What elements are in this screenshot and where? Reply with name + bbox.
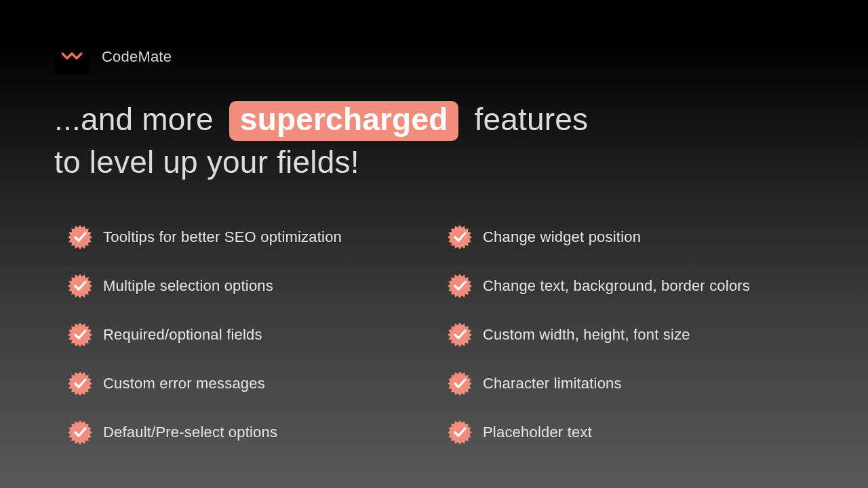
checkmark-badge-icon <box>448 225 472 249</box>
feature-column-left: Tooltips for better SEO optimization Mul… <box>68 225 420 445</box>
brand-logo-block: CodeMate <box>54 39 172 75</box>
feature-item: Multiple selection options <box>68 274 420 298</box>
feature-columns: Tooltips for better SEO optimization Mul… <box>68 225 827 445</box>
feature-label: Custom error messages <box>103 375 265 392</box>
checkmark-badge-icon <box>448 420 472 445</box>
feature-item: Custom error messages <box>68 371 420 396</box>
headline-pre: ...and more <box>54 102 214 137</box>
checkmark-badge-icon <box>448 371 472 396</box>
feature-label: Custom width, height, font size <box>483 326 690 344</box>
feature-label: Change text, background, border colors <box>483 277 750 295</box>
feature-item: Character limitations <box>448 371 827 396</box>
checkmark-badge-icon <box>68 323 92 347</box>
checkmark-badge-icon <box>68 274 92 298</box>
feature-item: Default/Pre-select options <box>68 420 420 445</box>
brand-logo-icon <box>62 50 82 64</box>
headline: ...and more supercharged features to lev… <box>54 98 841 183</box>
feature-label: Placeholder text <box>483 424 592 441</box>
headline-post: features <box>474 102 588 137</box>
checkmark-badge-icon <box>68 420 92 445</box>
checkmark-badge-icon <box>448 274 472 298</box>
feature-label: Multiple selection options <box>103 277 273 295</box>
feature-column-right: Change widget position Change text, back… <box>448 225 827 445</box>
brand-name: CodeMate <box>102 48 172 66</box>
checkmark-badge-icon <box>448 323 472 347</box>
feature-item: Tooltips for better SEO optimization <box>68 225 420 249</box>
feature-label: Default/Pre-select options <box>103 424 277 441</box>
feature-item: Placeholder text <box>448 420 827 445</box>
feature-item: Change widget position <box>448 225 827 249</box>
feature-label: Change widget position <box>483 228 641 246</box>
feature-label: Character limitations <box>483 375 622 392</box>
brand-logo-tile <box>54 39 90 75</box>
feature-item: Change text, background, border colors <box>448 274 827 298</box>
feature-label: Tooltips for better SEO optimization <box>103 228 342 246</box>
headline-line2: to level up your fields! <box>54 144 359 180</box>
feature-item: Custom width, height, font size <box>448 323 827 347</box>
checkmark-badge-icon <box>68 371 92 396</box>
checkmark-badge-icon <box>68 225 92 249</box>
feature-item: Required/optional fields <box>68 323 420 347</box>
headline-highlight: supercharged <box>229 101 459 141</box>
feature-label: Required/optional fields <box>103 326 262 344</box>
